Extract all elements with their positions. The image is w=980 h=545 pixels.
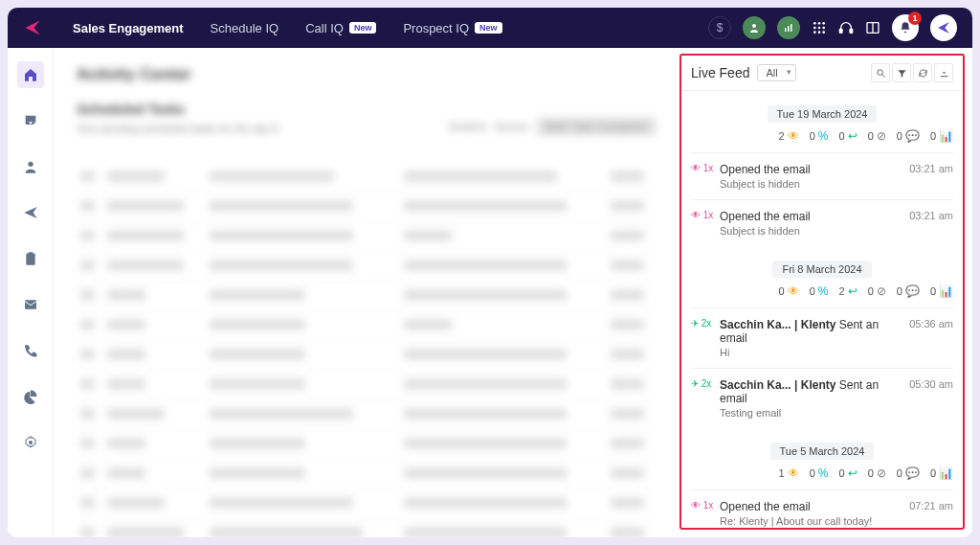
logo-icon[interactable] <box>23 18 42 37</box>
stats-row: 2 👁0 %0 ↩0 ⊘0 💬0 📊 <box>691 129 953 143</box>
topbar-right: $ 1 <box>708 14 957 41</box>
date-pill: Fri 8 March 2024 <box>691 260 953 277</box>
phone-icon[interactable] <box>17 337 44 364</box>
topbar: Sales Engagement Schedule IQ Call IQNew … <box>8 8 972 48</box>
svg-point-6 <box>822 22 825 25</box>
live-feed-body: Tue 19 March 20242 👁0 %0 ↩0 ⊘0 💬0 📊👁 1xO… <box>681 91 963 528</box>
feed-item-time: 03:21 am <box>909 163 953 174</box>
body: Activity Center Scheduled Tasks Your pen… <box>8 48 972 537</box>
home-icon[interactable] <box>17 61 44 88</box>
gear-icon[interactable] <box>17 429 44 456</box>
refresh-icon[interactable] <box>913 63 932 82</box>
feed-item-subject: Hi <box>720 347 903 358</box>
tab-prospect-iq[interactable]: Prospect IQNew <box>403 21 501 35</box>
svg-point-21 <box>29 441 33 444</box>
feed-item-title: Opened the email <box>720 163 903 176</box>
dollar-icon[interactable]: $ <box>708 16 731 39</box>
svg-point-9 <box>822 27 825 30</box>
download-icon[interactable] <box>934 63 953 82</box>
main: Activity Center Scheduled Tasks Your pen… <box>54 48 972 537</box>
inbox-icon[interactable] <box>17 107 44 134</box>
feed-item[interactable]: ✈ 2xSacchin Ka... | Klenty Sent an email… <box>691 368 953 428</box>
profile-avatar[interactable] <box>930 14 957 41</box>
live-feed-header: Live Feed All <box>681 56 963 91</box>
feed-item[interactable]: 👁 1xOpened the emailSubject is hidden03:… <box>691 152 953 199</box>
feed-item-time: 07:21 am <box>909 500 953 511</box>
tab-call-iq[interactable]: Call IQNew <box>305 21 376 35</box>
stats-row: 1 👁0 %0 ↩0 ⊘0 💬0 📊 <box>691 466 953 480</box>
live-feed-panel: Live Feed All Tue 19 March 20242 👁0 %0 ↩… <box>679 54 965 530</box>
mail-icon[interactable] <box>17 291 44 318</box>
svg-rect-2 <box>788 26 790 32</box>
svg-point-4 <box>813 22 816 25</box>
svg-rect-20 <box>25 300 36 308</box>
bell-icon[interactable]: 1 <box>892 14 919 41</box>
user-status-icon[interactable] <box>743 16 766 39</box>
book-icon[interactable] <box>865 20 880 35</box>
new-badge: New <box>475 22 502 34</box>
svg-line-23 <box>881 74 884 77</box>
dialpad-icon[interactable] <box>812 20 827 35</box>
feed-item-indicator: 👁 1x <box>691 163 714 173</box>
feed-item-title: Sacchin Ka... | Klenty Sent an email <box>720 378 903 405</box>
feed-item-indicator: 👁 1x <box>691 210 714 220</box>
svg-rect-19 <box>28 252 33 255</box>
date-pill: Tue 5 March 2024 <box>691 442 953 459</box>
feed-item-time: 05:30 am <box>909 378 953 390</box>
chart-status-icon[interactable] <box>777 16 800 39</box>
filter-icon[interactable] <box>892 63 911 82</box>
feed-item-subject: Subject is hidden <box>720 178 903 190</box>
new-badge: New <box>349 22 377 34</box>
live-feed-title: Live Feed <box>691 65 749 80</box>
feed-item-subject: Testing email <box>720 407 903 419</box>
svg-point-17 <box>28 162 33 167</box>
notif-badge: 1 <box>908 11 922 25</box>
pie-icon[interactable] <box>17 383 44 410</box>
svg-point-10 <box>813 31 816 34</box>
nav-tabs: Sales Engagement Schedule IQ Call IQNew … <box>73 21 708 35</box>
svg-point-5 <box>818 22 821 25</box>
tab-sales-engagement[interactable]: Sales Engagement <box>73 21 184 35</box>
date-pill: Tue 19 March 2024 <box>691 104 953 122</box>
feed-item-indicator: 👁 1x <box>691 500 714 511</box>
feed-item-time: 05:36 am <box>909 318 953 329</box>
svg-rect-14 <box>850 29 853 33</box>
feed-item-time: 03:21 am <box>909 210 953 221</box>
svg-rect-18 <box>26 254 34 265</box>
svg-point-22 <box>877 69 882 75</box>
svg-point-11 <box>818 31 821 34</box>
clipboard-icon[interactable] <box>17 245 44 272</box>
feed-item-title: Sacchin Ka... | Klenty Sent an email <box>720 318 903 345</box>
stats-row: 0 👁0 %2 ↩0 ⊘0 💬0 📊 <box>691 284 953 298</box>
feed-item[interactable]: 👁 1xOpened the emailRe: Klenty | About o… <box>691 489 953 528</box>
feed-item[interactable]: 👁 1xOpened the emailSubject is hidden03:… <box>691 199 953 246</box>
live-feed-filter-select[interactable]: All <box>757 64 795 81</box>
svg-rect-3 <box>791 24 792 32</box>
headset-icon[interactable] <box>838 20 854 35</box>
feed-item-indicator: ✈ 2x <box>691 378 714 389</box>
send-icon[interactable] <box>17 199 44 226</box>
sidebar <box>8 48 54 537</box>
tab-schedule-iq[interactable]: Schedule IQ <box>211 21 279 35</box>
feed-item-indicator: ✈ 2x <box>691 318 714 329</box>
person-icon[interactable] <box>17 153 44 180</box>
svg-point-8 <box>818 27 821 30</box>
feed-item-title: Opened the email <box>720 500 903 513</box>
svg-rect-1 <box>785 28 787 32</box>
svg-point-0 <box>752 24 756 28</box>
svg-point-7 <box>813 27 816 30</box>
feed-item-subject: Re: Klenty | About our call today! <box>720 515 903 527</box>
svg-point-12 <box>822 31 825 34</box>
feed-item-title: Opened the email <box>720 210 903 223</box>
feed-item[interactable]: ✈ 2xSacchin Ka... | Klenty Sent an email… <box>691 307 953 368</box>
app-frame: Sales Engagement Schedule IQ Call IQNew … <box>8 8 972 537</box>
svg-rect-13 <box>839 29 842 33</box>
feed-item-subject: Subject is hidden <box>720 225 903 237</box>
search-icon[interactable] <box>871 63 890 82</box>
activity-center-panel: Activity Center Scheduled Tasks Your pen… <box>54 48 679 537</box>
